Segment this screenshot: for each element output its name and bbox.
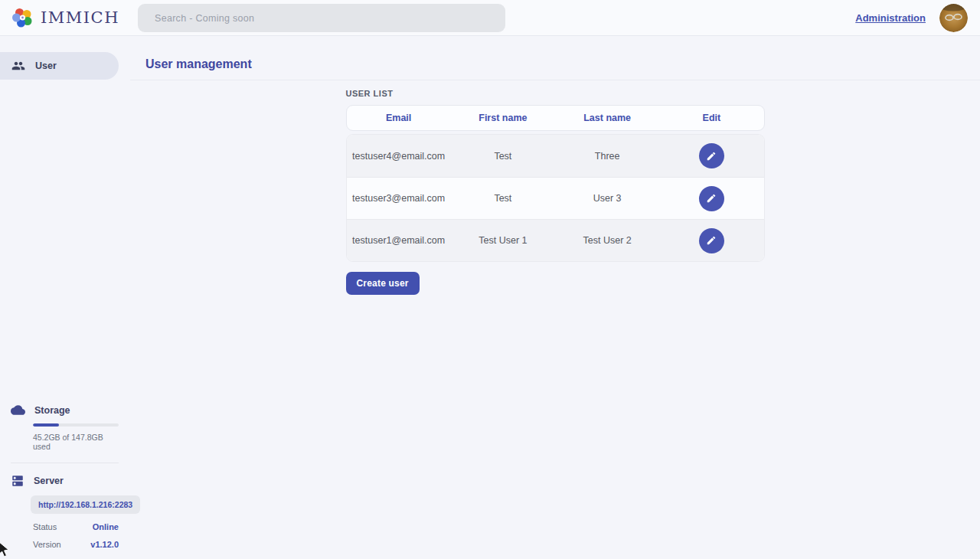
server-status-label: Status — [33, 522, 57, 531]
cell-email: testuser1@email.com — [347, 235, 451, 246]
admin-sidebar: User Storage 45.2GB of 147.8GB used — [0, 36, 130, 559]
cell-last-name: Three — [555, 151, 659, 162]
administration-link[interactable]: Administration — [855, 12, 926, 24]
create-user-button[interactable]: Create user — [346, 272, 420, 295]
page-title: User management — [145, 57, 252, 70]
immich-flower-icon — [12, 7, 34, 28]
search-input[interactable] — [138, 4, 505, 32]
page-header: User management — [130, 36, 980, 80]
server-icon — [11, 474, 24, 488]
storage-widget: Storage 45.2GB of 147.8GB used — [11, 403, 119, 451]
immich-logo[interactable]: IMMICH — [12, 7, 119, 28]
pencil-icon — [706, 151, 717, 162]
column-header-edit: Edit — [659, 113, 763, 123]
storage-progress-bar — [33, 423, 119, 427]
user-table-header: Email First name Last name Edit — [346, 105, 765, 131]
sidebar-divider — [11, 463, 119, 463]
edit-user-button[interactable] — [699, 228, 724, 253]
cell-last-name: Test User 2 — [555, 235, 659, 246]
column-header-email: Email — [347, 113, 451, 123]
cell-first-name: Test — [451, 193, 555, 204]
edit-user-button[interactable] — [699, 143, 724, 168]
main-content: User management USER LIST Email First na… — [130, 36, 980, 559]
column-header-first-name: First name — [451, 113, 555, 123]
cell-email: testuser4@email.com — [347, 151, 451, 162]
pencil-icon — [706, 235, 717, 246]
edit-user-button[interactable] — [699, 186, 724, 211]
server-version-value: v1.12.0 — [90, 540, 119, 549]
server-title: Server — [34, 476, 64, 486]
cell-email: testuser3@email.com — [347, 193, 451, 204]
server-version-label: Version — [33, 540, 61, 549]
column-header-last-name: Last name — [555, 113, 659, 123]
user-avatar[interactable] — [939, 4, 968, 32]
storage-usage-text: 45.2GB of 147.8GB used — [33, 433, 119, 451]
cell-first-name: Test User 1 — [451, 235, 555, 246]
table-row: testuser4@email.com Test Three — [347, 135, 764, 177]
brand-wordmark: IMMICH — [41, 8, 119, 27]
sidebar-item-user[interactable]: User — [0, 52, 119, 80]
storage-progress-fill — [33, 423, 59, 427]
pencil-icon — [706, 193, 717, 204]
user-table: testuser4@email.com Test Three testuser3… — [346, 134, 765, 262]
users-icon — [11, 59, 25, 73]
cell-last-name: User 3 — [555, 193, 659, 204]
server-url-badge: http://192.168.1.216:2283 — [31, 495, 140, 514]
cell-first-name: Test — [451, 151, 555, 162]
sidebar-footer: Storage 45.2GB of 147.8GB used Server — [11, 403, 119, 549]
user-list-heading: USER LIST — [346, 89, 765, 98]
cloud-icon — [11, 403, 25, 417]
server-widget: Server http://192.168.1.216:2283 Status … — [11, 474, 119, 549]
storage-title: Storage — [34, 405, 70, 416]
table-row: testuser3@email.com Test User 3 — [347, 177, 764, 219]
top-navbar: IMMICH Administration — [0, 0, 980, 36]
server-status-value: Online — [93, 522, 119, 531]
sidebar-item-label: User — [35, 60, 57, 71]
table-row: testuser1@email.com Test User 1 Test Use… — [347, 219, 764, 261]
